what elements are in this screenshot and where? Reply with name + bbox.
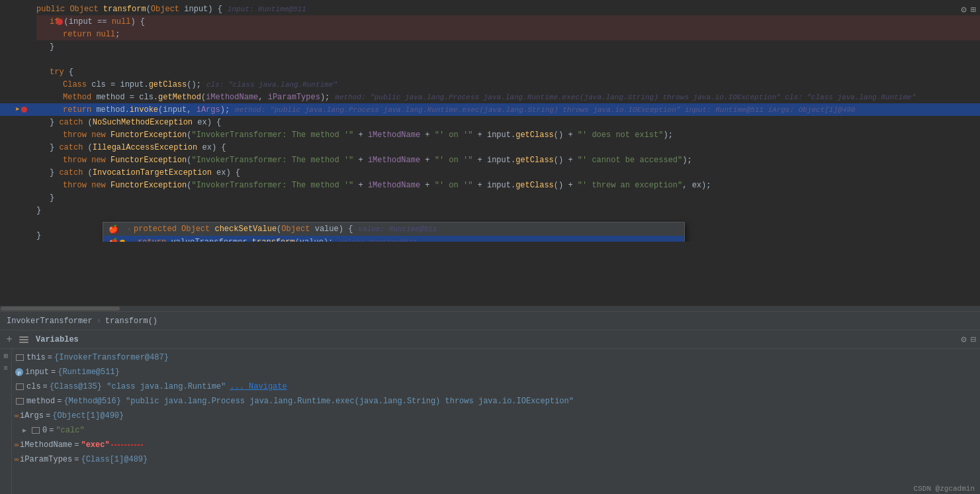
- panel-settings-icon[interactable]: ⚙: [961, 334, 966, 345]
- editor-container: ▾ public Object transform(Object input) …: [0, 0, 980, 494]
- var-val-method: {Method@516} "public java.lang.Process j…: [64, 397, 574, 406]
- var-eq-cls: =: [43, 382, 48, 391]
- tooltip-line-1: 🍎 ▾ protected Object checkSetValue(Objec…: [103, 222, 684, 236]
- squiggly-indicator: [111, 444, 144, 446]
- line-number-2: [36, 15, 69, 28]
- line-number-17: [36, 204, 69, 217]
- add-icon[interactable]: +: [4, 334, 15, 345]
- var-eq-imethodname: =: [74, 440, 79, 450]
- var-nav-cls[interactable]: ... Navigate: [230, 382, 287, 391]
- var-eq-method: =: [57, 397, 62, 406]
- var-row-0[interactable]: ▶ 0 = "calc": [0, 423, 980, 438]
- status-text: CSDN @zgcadmin: [914, 485, 975, 493]
- line-number-13: [36, 154, 69, 166]
- var-eq-0: =: [49, 426, 54, 435]
- bottom-panel: + Variables ⚙ ⊟ ▶ this = {InvokerTransfo…: [0, 330, 980, 494]
- icon-input-p: p: [15, 368, 23, 376]
- code-text-13: throw new FunctorException("InvokerTrans…: [36, 156, 692, 165]
- tooltip-code-1: protected Object checkSetValue(Object va…: [134, 224, 353, 234]
- code-line-3: return null;: [36, 28, 980, 40]
- editor-top-right: ⚙ ⊞: [961, 4, 976, 15]
- var-val-0: "calc": [56, 426, 84, 435]
- code-line-16: }: [36, 191, 980, 204]
- code-line-10: } catch (NoSuchMethodException ex) {: [36, 116, 980, 128]
- tooltip-icon-apple-2: 🍎: [109, 238, 118, 242]
- code-line-12: } catch (IllegalAccessException ex) {: [36, 141, 980, 154]
- panel-left-icon-2[interactable]: ≡: [3, 364, 8, 372]
- tooltip-debug-1: value: Runtime@511: [358, 225, 437, 233]
- settings-icon[interactable]: ⚙: [961, 4, 966, 15]
- tooltip-fold-1: ▾: [127, 225, 131, 233]
- var-val-input: {Runtime@511}: [58, 368, 120, 377]
- line-number-15: [36, 179, 69, 191]
- line-number-19: [36, 229, 69, 242]
- icon-0: [32, 427, 40, 434]
- var-row-iparamtypes[interactable]: ▶ ∞ iParamTypes = {Class[1]@489}: [0, 452, 980, 467]
- code-line-5: [36, 53, 980, 66]
- var-row-cls[interactable]: ▶ cls = {Class@135} "class java.lang.Run…: [0, 379, 980, 394]
- breadcrumb-item-1[interactable]: InvokerTransformer: [7, 317, 93, 326]
- var-name-0: 0: [42, 426, 47, 435]
- list-icon[interactable]: [19, 334, 29, 345]
- restore-icon[interactable]: ⊞: [971, 4, 976, 15]
- var-val-imethodname: "exec": [81, 440, 109, 450]
- line-number-18: [36, 217, 69, 229]
- fold-indicator-1: ▾: [58, 5, 63, 13]
- panel-restore-icon[interactable]: ⊟: [971, 334, 976, 345]
- code-text-8: Method method = cls.getMethod(iMethodNam…: [36, 93, 330, 102]
- var-val-iargs: {Object[1]@490}: [52, 411, 124, 420]
- debug-val-7: cls: "class java.lang.Runtime": [206, 81, 337, 89]
- var-val-cls: {Class@135} "class java.lang.Runtime": [50, 382, 226, 391]
- code-line-4: }: [36, 40, 980, 53]
- line-number-11: [36, 128, 69, 141]
- code-text-15: throw new FunctorException("InvokerTrans…: [36, 181, 711, 190]
- var-row-method[interactable]: ▶ method = {Method@516} "public java.lan…: [0, 394, 980, 409]
- var-eq-iargs: =: [46, 411, 50, 420]
- code-line-9: ➤ return method.invoke(input, iArgs); me…: [0, 103, 980, 116]
- panel-title: Variables: [36, 335, 79, 344]
- code-line-14: } catch (InvocationTargetException ex) {: [36, 166, 980, 179]
- scrollbar-thumb[interactable]: [1, 307, 120, 311]
- icon-imethodname: ∞: [15, 442, 19, 449]
- var-eq-this: =: [48, 353, 52, 362]
- var-name-iparamtypes: iParamTypes: [20, 455, 72, 464]
- tooltip-debug-2: value: Runtime@511: [338, 238, 417, 242]
- svg-rect-1: [19, 339, 28, 340]
- var-name-iargs: iArgs: [20, 411, 44, 420]
- line-number-10: [36, 116, 69, 128]
- panel-left-icon-1[interactable]: ⊞: [1, 354, 10, 358]
- expand-0[interactable]: ▶: [20, 426, 29, 435]
- var-eq-input: =: [51, 368, 56, 377]
- variables-list: ▶ this = {InvokerTransformer@487} ▶ p in…: [0, 349, 980, 494]
- var-name-method: method: [26, 397, 55, 406]
- editor-area: ▾ public Object transform(Object input) …: [0, 0, 980, 311]
- code-line-2: if (input == null) {: [36, 15, 980, 28]
- line-number-7: [36, 78, 69, 91]
- line-number-16: [36, 191, 69, 204]
- code-line-17: }: [36, 204, 980, 217]
- line-number-12: [36, 141, 69, 154]
- line-number-6: [36, 66, 69, 78]
- status-bar: CSDN @zgcadmin: [909, 483, 980, 494]
- var-val-iparamtypes: {Class[1]@489}: [81, 455, 148, 464]
- var-name-input: input: [25, 368, 49, 377]
- code-line-13: throw new FunctorException("InvokerTrans…: [36, 154, 980, 166]
- tooltip-warning-dot: [120, 240, 125, 242]
- line-number-3: [36, 28, 69, 40]
- line-number-1: ▾: [36, 3, 69, 15]
- breakpoint-red-2: [56, 19, 63, 25]
- var-row-input[interactable]: ▶ p input = {Runtime@511}: [0, 365, 980, 379]
- code-view: ▾ public Object transform(Object input) …: [0, 0, 980, 242]
- debug-val-1: input: Runtime@511: [228, 5, 306, 13]
- line-number-5: [36, 53, 69, 66]
- icon-method: [16, 398, 24, 405]
- var-row-iargs[interactable]: ▼ ∞ iArgs = {Object[1]@490}: [0, 409, 980, 423]
- tooltip-line-2: 🍎 return valueTransformer.transform(valu…: [103, 236, 684, 242]
- editor-scrollbar[interactable]: [0, 306, 980, 311]
- breadcrumb-item-2[interactable]: transform(): [105, 317, 157, 326]
- var-row-imethodname[interactable]: ▶ ∞ iMethodName = "exec": [0, 438, 980, 452]
- tooltip-code-2: return valueTransformer.transform(value)…: [127, 238, 333, 242]
- var-row-this[interactable]: ▶ this = {InvokerTransformer@487}: [0, 350, 980, 365]
- tooltip-gutter-1: 🍎: [109, 224, 127, 234]
- var-name-imethodname: iMethodName: [20, 440, 72, 450]
